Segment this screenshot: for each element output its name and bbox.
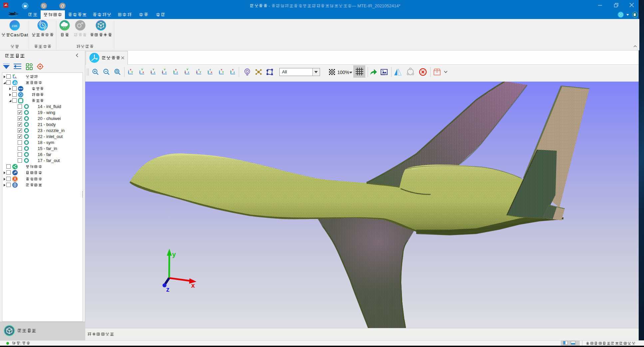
svg-text:Y: Y: [199, 71, 201, 74]
svg-text:y: y: [172, 251, 176, 258]
svg-text:x: x: [130, 68, 132, 71]
svg-text:x: x: [184, 71, 186, 74]
svg-text:z: z: [209, 68, 211, 71]
svg-text:x: x: [221, 68, 222, 71]
svg-text:Y: Y: [131, 71, 133, 74]
svg-text:Y: Y: [222, 71, 224, 74]
svg-text:z: z: [188, 71, 189, 74]
svg-text:z: z: [166, 286, 169, 293]
svg-text:Y: Y: [141, 68, 143, 71]
svg-text:z: z: [165, 71, 166, 74]
svg-text:x: x: [196, 71, 198, 74]
svg-text:x: x: [151, 71, 152, 74]
svg-text:z: z: [154, 71, 155, 74]
svg-text:x: x: [143, 71, 144, 74]
svg-text:z: z: [128, 71, 129, 74]
svg-text:cas: cas: [12, 23, 17, 28]
svg-text:z: z: [139, 71, 141, 74]
svg-text:z: z: [219, 71, 220, 74]
svg-text:z: z: [13, 75, 14, 77]
svg-text:z: z: [176, 71, 178, 74]
svg-text:z: z: [198, 68, 199, 71]
svg-text:Y: Y: [207, 71, 209, 74]
svg-text:Y: Y: [186, 68, 188, 71]
svg-text:Y: Y: [173, 71, 175, 74]
svg-text:x: x: [232, 68, 234, 71]
svg-text:x: x: [191, 282, 195, 289]
svg-text:z: z: [233, 71, 235, 74]
svg-text:Y: Y: [153, 68, 155, 71]
svg-text:x: x: [162, 71, 163, 74]
svg-text:x: x: [15, 76, 16, 78]
svg-text:Y: Y: [164, 68, 166, 71]
svg-text:x: x: [175, 68, 177, 71]
svg-text:x: x: [211, 71, 212, 74]
svg-text:Y: Y: [230, 71, 232, 74]
